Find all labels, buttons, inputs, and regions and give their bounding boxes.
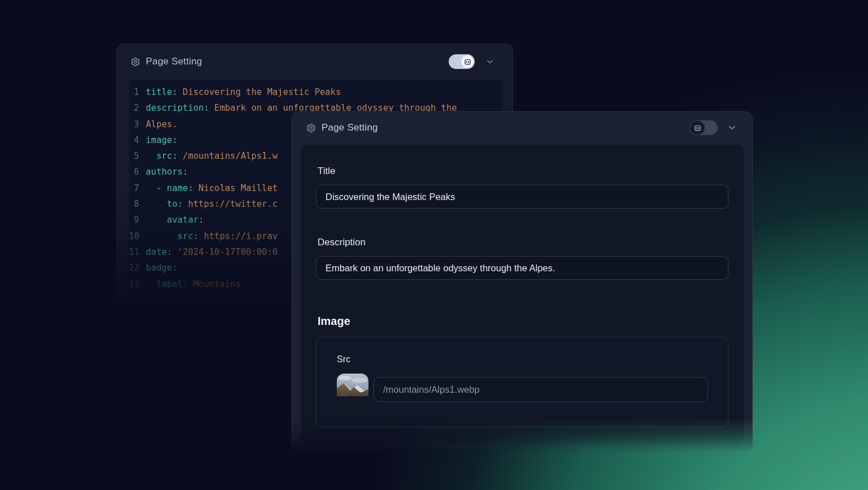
settings-form: Title Description Image Src: [301, 145, 744, 443]
code-line: 1title: Discovering the Majestic Peaks: [129, 84, 503, 100]
code-block-icon: [461, 55, 474, 68]
gear-icon: [306, 123, 316, 133]
src-field-label: Src: [337, 354, 728, 365]
panel-header: Page Setting: [117, 44, 513, 79]
image-settings-card: Src: [316, 337, 728, 427]
title-field-label: Title: [318, 166, 728, 177]
image-thumbnail[interactable]: [337, 374, 368, 405]
title-input[interactable]: [316, 185, 728, 209]
chevron-down-icon[interactable]: [484, 56, 496, 67]
chevron-down-icon[interactable]: [726, 122, 737, 133]
gear-icon: [131, 57, 140, 67]
mountain-photo-icon: [337, 374, 368, 405]
panel-title: Page Setting: [322, 122, 378, 133]
image-src-input[interactable]: [374, 377, 708, 402]
image-section-heading: Image: [318, 315, 728, 328]
page-setting-panel-form: Page Setting Title Description: [292, 111, 753, 453]
description-field-label: Description: [318, 237, 728, 248]
code-block-icon: [690, 121, 705, 135]
page-background: Page Setting 1title: Discovering the Maj…: [0, 0, 868, 490]
panel-header: Page Setting: [292, 112, 752, 144]
code-mode-toggle[interactable]: [449, 54, 475, 69]
description-input[interactable]: [316, 256, 728, 280]
code-mode-toggle[interactable]: [689, 120, 718, 135]
panel-title: Page Setting: [146, 56, 202, 67]
